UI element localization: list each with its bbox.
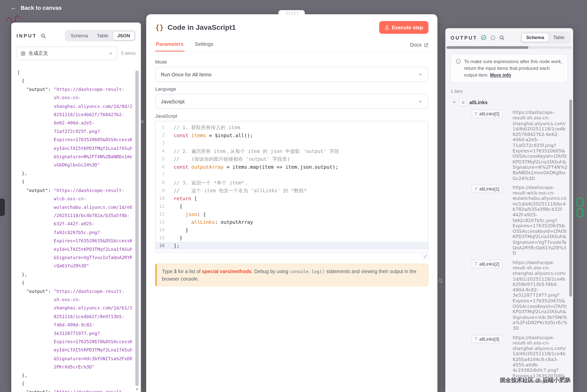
external-link-icon (424, 43, 428, 47)
string-type-icon: T (475, 111, 478, 116)
json-line: }, (17, 270, 132, 279)
special-vars-link[interactable]: special vars/methods (202, 269, 252, 274)
root-key-label: allLinks (469, 99, 488, 105)
output-panel: OUTPUT Schema Table To make sure express… (445, 28, 573, 392)
field-pill[interactable]: TallLinks[2] (472, 260, 503, 268)
output-callout: To make sure expressions after this node… (451, 54, 568, 83)
scroll-down-arrow-icon[interactable]: ▼ (135, 387, 139, 391)
chevron-down-icon (418, 99, 423, 104)
field-value: https://dashscope-result-sh.oss-cn-shang… (513, 260, 568, 331)
input-vertical-scrollbar[interactable] (135, 71, 139, 386)
code-line[interactable]: 15 } (156, 234, 428, 242)
code-line[interactable]: 8// 3. 返回一个 *单个 item*， (156, 179, 428, 187)
code-field-label: JavaScript (155, 113, 429, 119)
code-editor-lines[interactable]: 1// 1. 获取所有传入的 item2const items = $input… (156, 121, 428, 252)
editor-expand-button[interactable] (422, 253, 429, 260)
code-line[interactable]: 9// 这个 item 包含一个名为 'allLinks' 的 *数组* (156, 187, 428, 195)
code-line[interactable]: 13 allLinks: outputArray (156, 218, 428, 226)
json-line: { (17, 77, 132, 85)
input-json-view[interactable]: [{"output":"https://dashscope-result-sh.… (17, 68, 132, 392)
json-property-row: "output":"https://dashscope-result-sh.os… (17, 85, 132, 169)
code-line[interactable]: 10return [ (156, 194, 428, 203)
line-number: 2 (156, 131, 168, 139)
code-node-modal: {} Code in JavaScript1 Execute step Para… (146, 14, 438, 392)
drag-dots-icon (285, 12, 298, 15)
chevron-down-icon (418, 72, 423, 77)
code-line[interactable]: 1// 1. 获取所有传入的 item (156, 124, 428, 132)
callout-text: To make sure expressions after this node… (464, 59, 562, 78)
tab-settings[interactable]: Settings (194, 38, 214, 52)
line-number: 13 (156, 218, 168, 226)
input-source-select[interactable]: 生成正文 (17, 47, 117, 60)
line-number: 11 (156, 203, 168, 211)
json-line: }, (17, 371, 132, 380)
line-number: 3 (156, 139, 168, 147)
output-tab-table[interactable]: Table (549, 33, 569, 42)
code-line[interactable]: 6const outputArray = items.map(item => i… (156, 163, 428, 171)
line-number: 6 (156, 163, 168, 171)
string-type-icon: T (475, 261, 478, 266)
line-number: 5 (156, 155, 168, 163)
field-pill-label: allLinks[1] (479, 186, 499, 191)
code-hint: Type $ for a list of special vars/method… (155, 264, 429, 287)
code-line[interactable]: 16]; (156, 242, 428, 250)
info-circle-icon[interactable] (490, 35, 496, 41)
canvas-node-decor (0, 199, 5, 216)
search-icon[interactable] (499, 35, 505, 41)
code-editor[interactable]: 1// 1. 获取所有传入的 item2const items = $input… (155, 121, 429, 252)
code-line[interactable]: 3 (156, 139, 428, 147)
output-tab-schema[interactable]: Schema (522, 33, 549, 42)
code-line[interactable]: 11 { (156, 203, 428, 211)
code-line[interactable]: 12 json: { (156, 210, 428, 218)
language-select[interactable]: JavaScript (155, 94, 429, 109)
search-icon[interactable] (41, 33, 46, 39)
input-display-tabs: Schema Table JSON (65, 30, 136, 41)
output-vertical-scrollbar[interactable] (569, 100, 572, 297)
input-tab-schema[interactable]: Schema (66, 31, 92, 40)
output-display-tabs: Schema Table (521, 32, 570, 43)
json-string-value: "https://dashscope-result-wlcb.oss-cn-wu… (54, 186, 132, 270)
code-line[interactable]: 14 } (156, 226, 428, 234)
mode-select[interactable]: Run Once for All Items (155, 67, 429, 82)
input-tab-json[interactable]: JSON (113, 31, 135, 40)
field-pill[interactable]: TallLinks[0] (472, 110, 503, 118)
json-line: { (17, 380, 132, 388)
more-info-link[interactable]: More info (490, 73, 511, 78)
flask-icon (384, 25, 389, 30)
json-key: "output": (26, 388, 51, 392)
canvas-link-icon-decor (576, 197, 584, 220)
chevron-down-icon[interactable] (452, 100, 457, 105)
docs-label: Docs (410, 42, 422, 48)
line-number: 9 (156, 187, 168, 195)
json-property-row: "output":"https://dashscope-result-wlcb.… (17, 186, 132, 270)
execute-step-label: Execute step (392, 25, 423, 30)
docs-link[interactable]: Docs (410, 42, 428, 48)
input-tab-table[interactable]: Table (92, 31, 113, 40)
json-string-value: "https://dashscope-result-sh.oss-cn-shan… (54, 287, 132, 371)
code-line[interactable]: 4// 2. 遍历所有 item，从每个 item 的 json 中提取 'ou… (156, 147, 428, 155)
code-line[interactable]: 2const items = $input.all(); (156, 131, 428, 139)
app-stage: ← Back to canvas te /1 INPUT Schema Tabl… (0, 0, 587, 392)
field-pill-label: allLinks[2] (479, 261, 499, 267)
json-line: { (17, 279, 132, 287)
modal-drag-handle[interactable] (279, 10, 305, 16)
output-entry: TallLinks[0]https://dashscope-result-sh.… (451, 110, 568, 181)
chevron-down-icon (109, 51, 113, 56)
field-pill[interactable]: TallLinks[1] (472, 185, 503, 193)
line-number: 12 (156, 210, 168, 218)
code-line[interactable]: 5// (假设你的图片链接都在 'output' 字段里) (156, 155, 428, 163)
back-arrow-icon: ← (11, 5, 17, 11)
execute-step-button[interactable]: Execute step (379, 21, 428, 34)
tab-parameters[interactable]: Parameters (155, 38, 184, 52)
language-value: JavaScript (161, 99, 185, 104)
line-number: 4 (156, 147, 168, 155)
json-line: [ (17, 68, 132, 77)
field-pill[interactable]: TallLinks[3] (472, 335, 503, 343)
line-number: 10 (156, 194, 168, 203)
json-key: "output": (26, 287, 51, 296)
output-items-count: 1 item (451, 89, 568, 94)
console-log-code: console.log() (290, 269, 325, 274)
output-horizontal-scrollbar[interactable] (446, 46, 528, 49)
output-tree-root[interactable]: allLinks (451, 99, 568, 106)
code-line[interactable]: 7 (156, 171, 428, 179)
